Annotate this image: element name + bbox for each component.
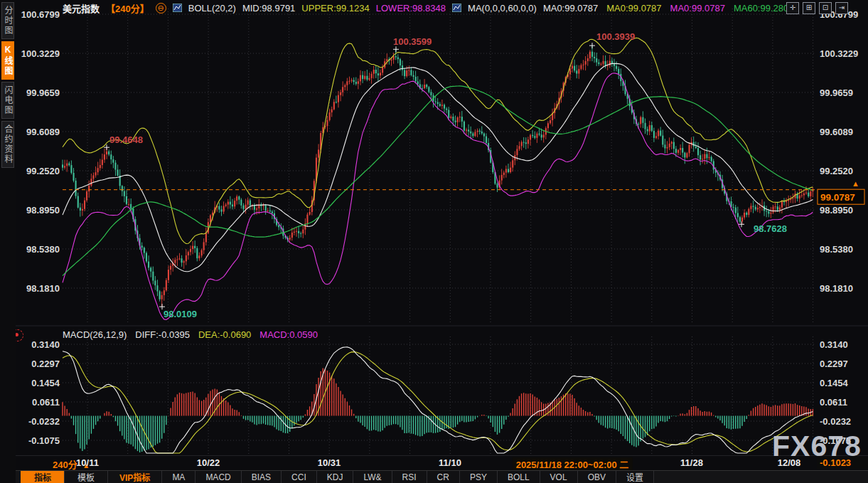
time-axis-selected-session: 2025/11/18 22:00~02:00 二 xyxy=(513,457,633,471)
indicator-tab-cr[interactable]: CR xyxy=(427,471,460,483)
fit-height-icon[interactable]: ⊞ xyxy=(803,2,815,14)
pop-out-icon[interactable]: ⇥ xyxy=(835,2,848,14)
period-selector-label: 240分 xyxy=(53,460,77,470)
settings-button[interactable]: 设置 xyxy=(616,471,654,483)
template-button[interactable]: 模板 xyxy=(64,471,108,483)
boll-mini-chart-icon xyxy=(173,4,182,12)
chart-canvas[interactable]: 99.0787▲99.4648100.3599100.393998.010998… xyxy=(0,0,868,455)
svg-text:100.6799: 100.6799 xyxy=(21,9,60,20)
boll-name: BOLL(20,2) xyxy=(188,3,236,14)
svg-text:99.2520: 99.2520 xyxy=(26,166,60,176)
indicator-tab-macd[interactable]: MACD xyxy=(195,471,241,483)
collapse-indicator-icon[interactable]: ⊖ xyxy=(156,3,166,14)
ma-value-3: MA0:99.0787 xyxy=(670,3,725,14)
ma-mini-chart-icon xyxy=(452,4,461,12)
macd-value-tag: -0.1023 xyxy=(817,457,868,469)
time-axis-date-label: 10/11 xyxy=(76,457,99,468)
svg-text:99.0787: 99.0787 xyxy=(820,192,855,203)
time-axis: 240分 ▲ -0.1023 10/1110/2210/3111/102025/… xyxy=(0,455,868,470)
indicator-tab-psy[interactable]: PSY xyxy=(459,471,498,483)
boll-upper-line xyxy=(63,38,813,243)
svg-text:98.1810: 98.1810 xyxy=(820,283,853,294)
svg-text:98.8950: 98.8950 xyxy=(820,205,853,216)
macd-name: MACD(26,12,9) xyxy=(63,329,127,340)
macd-hist-value: MACD:0.0590 xyxy=(259,329,318,340)
svg-text:99.9659: 99.9659 xyxy=(820,87,853,98)
bottom-toolbar: 指标模板VIP指标MAMACDBIASCCIKDJLW&RSICRPSYBOLL… xyxy=(0,470,868,483)
svg-text:0.2297: 0.2297 xyxy=(820,359,848,369)
svg-text:0.1454: 0.1454 xyxy=(31,378,60,388)
fit-width-icon[interactable]: ⊡ xyxy=(819,2,832,14)
current-price-tag: 99.0787▲ xyxy=(818,179,864,205)
svg-text:98.5380: 98.5380 xyxy=(26,244,60,255)
chart-tool-buttons: ✛⊞⊡⇥ xyxy=(786,2,848,14)
sidebar: 分时图K线图闪电图合约资料 xyxy=(0,0,16,483)
trading-app: 99.0787▲99.4648100.3599100.393998.010998… xyxy=(0,0,868,483)
svg-text:98.1810: 98.1810 xyxy=(26,283,60,294)
instrument-title: 美元指数 xyxy=(63,1,100,15)
crosshair-tool-icon[interactable]: ✛ xyxy=(786,2,799,14)
boll-upper-value: UPPER:99.1234 xyxy=(301,3,369,14)
svg-text:0.3140: 0.3140 xyxy=(820,339,848,350)
svg-text:-0.0232: -0.0232 xyxy=(28,416,60,427)
indicator-tab-obv[interactable]: OBV xyxy=(577,471,616,483)
svg-text:0.1454: 0.1454 xyxy=(820,378,849,388)
sidebar-tab-3[interactable]: 闪电图 xyxy=(1,82,14,119)
time-axis-date-label: 12/08 xyxy=(778,457,801,468)
boll-lower-value: LOWER:98.8348 xyxy=(376,3,446,14)
ma-value-1: MA0:99.0787 xyxy=(543,3,598,14)
ma-value-4: MA60:99.2804 xyxy=(734,3,794,14)
ma60-line xyxy=(63,86,813,276)
sidebar-tab-4[interactable]: 合约资料 xyxy=(1,121,14,168)
svg-text:0.3140: 0.3140 xyxy=(31,339,60,350)
svg-text:100.3229: 100.3229 xyxy=(820,48,858,59)
extreme-annotation: 98.7628 xyxy=(739,221,787,234)
svg-text:98.8950: 98.8950 xyxy=(26,205,60,216)
macd-dea-value: DEA:-0.0690 xyxy=(198,329,251,340)
period-tag: 【240分】 xyxy=(106,1,149,15)
svg-text:99.4648: 99.4648 xyxy=(109,134,143,145)
price-up-arrow-icon: ▲ xyxy=(852,179,859,188)
extreme-annotation: 98.0109 xyxy=(159,304,197,319)
ma-values: MA0:99.0787MA0:99.0787MA0:99.0787MA60:99… xyxy=(543,3,794,14)
svg-text:99.6089: 99.6089 xyxy=(820,127,853,137)
svg-text:0.0611: 0.0611 xyxy=(820,397,847,408)
candles-layer xyxy=(62,46,814,307)
svg-text:0.0611: 0.0611 xyxy=(32,397,60,408)
indicator-tab-kdj[interactable]: KDJ xyxy=(316,471,354,483)
indicator-tab-boll[interactable]: BOLL xyxy=(497,471,540,483)
indicator-tab-ma[interactable]: MA xyxy=(161,471,195,483)
macd-header: MACD(26,12,9) DIFF:-0.0395 DEA:-0.0690 M… xyxy=(63,329,318,340)
indicator-header: 美元指数 【240分】 ⊖ BOLL(20,2) MID:98.9791 UPP… xyxy=(63,1,793,14)
indicator-button[interactable]: 指标 xyxy=(21,471,65,483)
svg-text:-0.1075: -0.1075 xyxy=(820,435,851,446)
indicator-tab-lw[interactable]: LW& xyxy=(353,471,392,483)
indicator-tab-bias[interactable]: BIAS xyxy=(241,471,282,483)
svg-text:99.9659: 99.9659 xyxy=(26,87,60,98)
time-axis-date-label: 10/22 xyxy=(197,457,220,468)
time-axis-date-label: 11/28 xyxy=(680,457,703,468)
extreme-annotation: 100.3939 xyxy=(589,31,635,48)
ma-name: MA(0,0,0,60,0,0) xyxy=(468,3,537,14)
grid-lines xyxy=(16,9,868,454)
svg-text:98.0109: 98.0109 xyxy=(164,309,197,319)
macd-diff-value: DIFF:-0.0395 xyxy=(135,329,190,340)
sidebar-tab-1[interactable]: 分时图 xyxy=(1,2,14,39)
svg-text:99.6089: 99.6089 xyxy=(26,127,60,137)
time-axis-date-label: 10/31 xyxy=(318,457,341,468)
svg-text:98.5380: 98.5380 xyxy=(820,244,853,255)
ma-value-2: MA0:99.0787 xyxy=(606,3,661,14)
svg-text:-0.1075: -0.1075 xyxy=(28,435,60,446)
macd-layer xyxy=(63,368,813,452)
boll-lower-line xyxy=(63,73,813,320)
indicator-tab-vol[interactable]: VOL xyxy=(540,471,578,483)
svg-text:0.2297: 0.2297 xyxy=(31,359,60,369)
svg-text:100.3939: 100.3939 xyxy=(596,31,635,42)
indicator-tab-cci[interactable]: CCI xyxy=(281,471,317,483)
svg-text:-0.0232: -0.0232 xyxy=(820,416,851,427)
indicator-tab-rsi[interactable]: RSI xyxy=(392,471,427,483)
sidebar-tab-2[interactable]: K线图 xyxy=(1,41,14,80)
svg-text:100.3599: 100.3599 xyxy=(393,36,432,47)
svg-text:100.3229: 100.3229 xyxy=(21,48,60,59)
vip-indicator-button[interactable]: VIP指标 xyxy=(107,471,162,483)
